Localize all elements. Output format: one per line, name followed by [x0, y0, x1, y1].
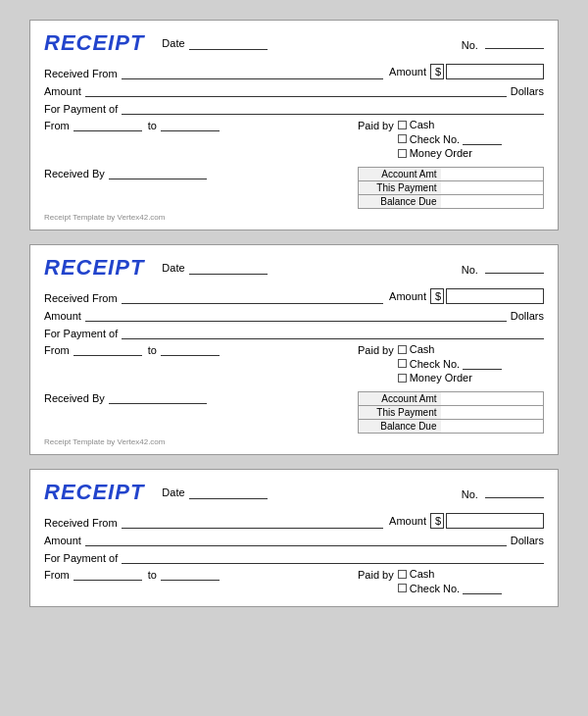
- receipt-3: RECEIPT Date No. Received From Amount $ …: [29, 469, 559, 607]
- received-by-field-1[interactable]: [109, 167, 207, 179]
- amount-label-2: Amount: [389, 290, 426, 302]
- from-field-2[interactable]: [74, 343, 142, 356]
- receipt-2: RECEIPT Date No. Received From Amount $ …: [29, 244, 559, 455]
- from-label-3: From: [44, 569, 70, 581]
- check-checkbox-1[interactable]: [398, 134, 407, 143]
- receipt-1: RECEIPT Date No. Received From Amount $ …: [29, 20, 559, 230]
- dollars-label-1: Dollars: [511, 85, 544, 97]
- account-amt-label-2: Account Amt: [359, 392, 441, 406]
- check-label-3: Check No.: [410, 583, 460, 594]
- date-field-1[interactable]: [189, 37, 268, 50]
- date-label-2: Date: [162, 262, 184, 274]
- paid-by-label-3: Paid by: [358, 569, 394, 581]
- money-order-checkbox-2[interactable]: [398, 374, 407, 383]
- received-from-field-3[interactable]: [122, 516, 384, 529]
- check-label-1: Check No.: [410, 133, 460, 145]
- received-from-label-3: Received From: [44, 517, 118, 529]
- receipt-title-2: RECEIPT: [44, 255, 144, 281]
- balance-due-value-2[interactable]: [441, 420, 544, 434]
- footer-1: Receipt Template by Vertex42.com: [44, 213, 544, 222]
- dollar-sign-3: $: [430, 513, 444, 529]
- to-field-3[interactable]: [161, 568, 220, 581]
- no-field-3[interactable]: [485, 486, 544, 498]
- no-field-1[interactable]: [485, 36, 544, 49]
- account-amt-value-2[interactable]: [441, 392, 544, 406]
- date-label-1: Date: [162, 37, 184, 49]
- account-amt-label-1: Account Amt: [359, 168, 441, 181]
- to-label-3: to: [148, 569, 157, 581]
- check-no-field-1[interactable]: [463, 132, 502, 145]
- amount-label-1: Amount: [389, 66, 426, 77]
- money-order-label-1: Money Order: [410, 147, 472, 159]
- paid-by-label-1: Paid by: [358, 120, 394, 131]
- money-order-checkbox-1[interactable]: [398, 149, 407, 158]
- balance-due-label-2: Balance Due: [359, 420, 441, 434]
- no-field-2[interactable]: [485, 261, 544, 274]
- no-label-1: No.: [462, 39, 478, 51]
- account-amt-value-1[interactable]: [441, 168, 544, 181]
- balance-due-label-1: Balance Due: [359, 195, 441, 209]
- cash-label-3: Cash: [410, 568, 435, 580]
- amount-line-label-2: Amount: [44, 310, 81, 322]
- check-label-2: Check No.: [410, 358, 460, 370]
- for-payment-label-3: For Payment of: [44, 552, 118, 564]
- for-payment-field-3[interactable]: [122, 551, 544, 564]
- date-field-2[interactable]: [189, 262, 268, 275]
- to-label-1: to: [148, 120, 157, 131]
- dollar-sign-2: $: [430, 288, 444, 304]
- amount-line-field-1[interactable]: [85, 84, 507, 97]
- to-label-2: to: [148, 344, 157, 356]
- from-label-2: From: [44, 344, 70, 356]
- for-payment-label-1: For Payment of: [44, 103, 118, 115]
- this-payment-label-1: This Payment: [359, 181, 441, 195]
- date-label-3: Date: [162, 486, 184, 498]
- amount-input-2[interactable]: [446, 288, 544, 304]
- cash-checkbox-1[interactable]: [398, 121, 407, 129]
- for-payment-field-1[interactable]: [122, 102, 544, 115]
- amount-line-field-2[interactable]: [85, 309, 507, 322]
- cash-label-1: Cash: [410, 119, 435, 130]
- date-field-3[interactable]: [189, 486, 268, 499]
- amount-input-3[interactable]: [446, 513, 544, 529]
- dollars-label-2: Dollars: [511, 310, 544, 322]
- amount-line-field-3[interactable]: [85, 534, 507, 546]
- amount-line-label-1: Amount: [44, 85, 81, 97]
- this-payment-value-1[interactable]: [441, 181, 544, 195]
- summary-table-2: Account Amt This Payment Balance Due: [358, 391, 544, 434]
- check-checkbox-2[interactable]: [398, 359, 407, 368]
- for-payment-label-2: For Payment of: [44, 328, 118, 339]
- from-field-1[interactable]: [74, 119, 142, 131]
- paid-by-label-2: Paid by: [358, 344, 394, 356]
- received-from-label-1: Received From: [44, 68, 118, 79]
- to-field-2[interactable]: [161, 343, 220, 356]
- received-by-label-2: Received By: [44, 392, 105, 404]
- received-by-field-2[interactable]: [109, 391, 207, 404]
- received-by-label-1: Received By: [44, 168, 105, 179]
- footer-2: Receipt Template by Vertex42.com: [44, 437, 544, 446]
- check-checkbox-3[interactable]: [398, 584, 407, 592]
- dollar-sign-1: $: [430, 64, 444, 79]
- cash-checkbox-3[interactable]: [398, 570, 407, 579]
- amount-line-label-3: Amount: [44, 535, 81, 546]
- balance-due-value-1[interactable]: [441, 195, 544, 209]
- cash-label-2: Cash: [410, 343, 435, 355]
- amount-input-1[interactable]: [446, 64, 544, 79]
- check-no-field-2[interactable]: [463, 357, 502, 370]
- for-payment-field-2[interactable]: [122, 327, 544, 339]
- from-label-1: From: [44, 120, 70, 131]
- summary-table-1: Account Amt This Payment Balance Due: [358, 167, 544, 209]
- received-from-field-1[interactable]: [122, 67, 384, 79]
- check-no-field-3[interactable]: [463, 582, 502, 594]
- received-from-label-2: Received From: [44, 292, 118, 304]
- this-payment-label-2: This Payment: [359, 406, 441, 420]
- amount-label-3: Amount: [389, 515, 426, 527]
- dollars-label-3: Dollars: [511, 535, 544, 546]
- receipt-title-3: RECEIPT: [44, 480, 144, 505]
- to-field-1[interactable]: [161, 119, 220, 131]
- no-label-2: No.: [462, 264, 478, 276]
- from-field-3[interactable]: [74, 568, 142, 581]
- receipt-title-1: RECEIPT: [44, 30, 144, 56]
- received-from-field-2[interactable]: [122, 291, 384, 304]
- this-payment-value-2[interactable]: [441, 406, 544, 420]
- cash-checkbox-2[interactable]: [398, 345, 407, 354]
